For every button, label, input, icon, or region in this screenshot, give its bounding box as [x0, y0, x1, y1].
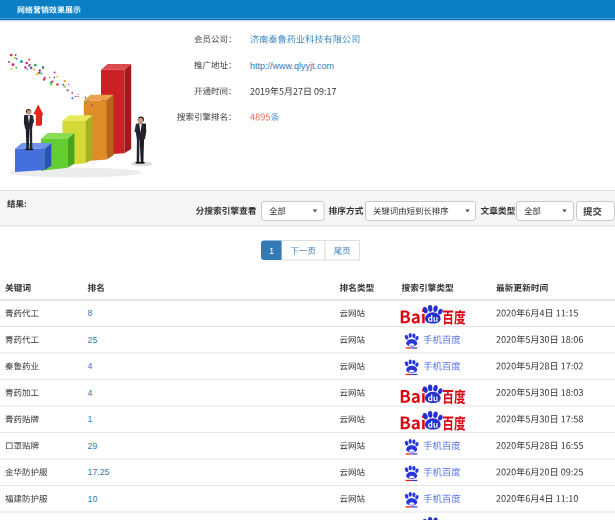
svg-text:17,25: 17,25: [88, 467, 110, 477]
svg-text:25: 25: [88, 335, 98, 345]
svg-text:http://www.qlyyjt.com: http://www.qlyyjt.com: [250, 61, 334, 71]
svg-text:4: 4: [88, 361, 93, 371]
svg-text:8: 8: [88, 308, 93, 318]
svg-text:4: 4: [88, 388, 93, 398]
svg-text:10: 10: [88, 494, 98, 504]
svg-text:29: 29: [88, 441, 98, 451]
svg-text:1: 1: [269, 246, 274, 256]
svg-text:1: 1: [88, 414, 93, 424]
